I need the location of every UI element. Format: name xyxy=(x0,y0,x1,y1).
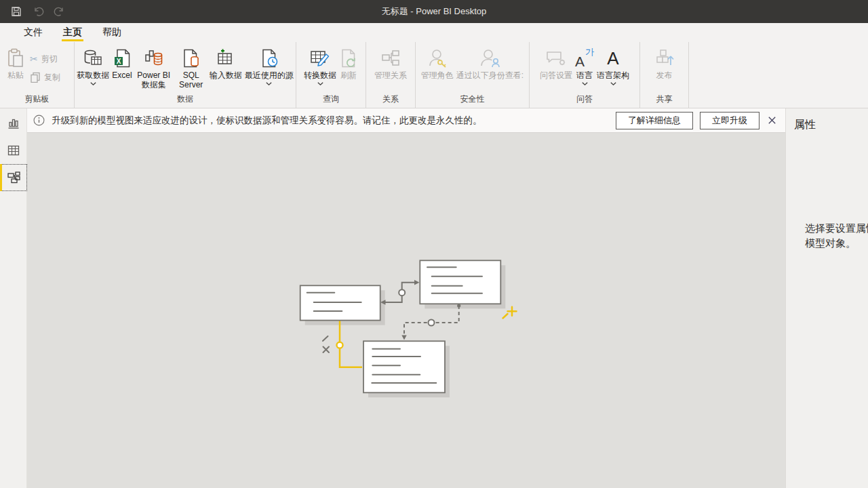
tab-home[interactable]: 主页 xyxy=(53,23,92,42)
view-as-icon xyxy=(479,46,501,70)
properties-panel-hint: 选择要设置属性的 模型对象。 xyxy=(786,221,868,251)
language-icon: A 가 xyxy=(575,46,594,70)
cut-button: ✂ 剪切 xyxy=(30,54,60,64)
ribbon-group-label: 关系 xyxy=(366,94,415,105)
banner-close-button[interactable] xyxy=(764,113,780,129)
properties-panel: 属性 选择要设置属性的 模型对象。 xyxy=(785,108,868,488)
get-data-icon xyxy=(83,46,103,70)
ribbon-group-label: 数据 xyxy=(75,94,296,105)
redo-button xyxy=(52,3,68,20)
refresh-button: 刷新 xyxy=(338,46,359,80)
info-icon xyxy=(33,115,45,126)
ribbon-button-label: 剪切 xyxy=(41,54,58,64)
upgrade-notification-banner: 升级到新的模型视图来适应改进的设计，使标识数据源和管理关系变得容易。请记住，此更… xyxy=(27,108,785,133)
model-upgrade-illustration xyxy=(292,251,522,407)
qa-settings-icon xyxy=(545,46,567,70)
ribbon-group-label: 剪贴板 xyxy=(0,94,74,105)
window-title: 无标题 - Power BI Desktop xyxy=(0,5,868,18)
transform-data-button[interactable]: 转换数据 xyxy=(302,46,338,85)
sidebar-item-model-view[interactable] xyxy=(0,164,27,191)
upgrade-now-button[interactable]: 立即升级 xyxy=(700,112,760,129)
redo-icon xyxy=(54,5,66,18)
qa-settings-button: 问答设置 xyxy=(538,46,574,80)
sidebar-item-report-view[interactable] xyxy=(0,110,27,137)
tab-help[interactable]: 帮助 xyxy=(92,23,132,42)
chevron-down-icon xyxy=(266,82,272,85)
ribbon-button-label: 管理关系 xyxy=(374,70,407,80)
properties-panel-title: 属性 xyxy=(786,108,868,132)
ribbon-button-label: 粘贴 xyxy=(7,70,24,80)
manage-roles-button: 管理角色 xyxy=(420,46,455,80)
chevron-down-icon xyxy=(90,82,96,85)
enter-data-icon xyxy=(216,46,236,70)
ribbon-tab-bar: 文件 主页 帮助 xyxy=(0,23,868,42)
chevron-down-icon xyxy=(582,82,588,85)
manage-relationships-button: 管理关系 xyxy=(373,46,408,80)
powerbi-dataset-icon xyxy=(144,46,164,70)
ribbon-button-label: 发布 xyxy=(656,70,673,80)
undo-button xyxy=(30,3,46,20)
ribbon-group-label: 查询 xyxy=(296,94,366,105)
recent-sources-icon xyxy=(259,46,279,70)
ribbon-group-qa: 问答设置 A 가 语言 A 语言架构 xyxy=(530,42,640,108)
banner-message: 升级到新的模型视图来适应改进的设计，使标识数据源和管理关系变得容易。请记住，此更… xyxy=(52,115,609,127)
ribbon-group-label: 安全性 xyxy=(416,94,529,105)
enter-data-button[interactable]: 输入数据 xyxy=(208,46,243,80)
ribbon-button-label: 复制 xyxy=(44,72,60,83)
ribbon-button-label: 最近使用的源 xyxy=(245,70,294,80)
data-view-icon xyxy=(7,144,20,157)
paste-icon xyxy=(7,46,24,70)
view-sidebar xyxy=(0,108,27,488)
sidebar-item-data-view[interactable] xyxy=(0,137,27,164)
powerbi-datasets-button[interactable]: Power BI 数据集 xyxy=(134,46,174,89)
ribbon-button-label: 通过以下身份查看: xyxy=(456,70,524,80)
sql-server-icon xyxy=(182,46,201,70)
ribbon-button-label: Excel xyxy=(112,70,132,80)
ribbon-group-query: 转换数据 刷新 查询 xyxy=(296,42,366,108)
model-canvas[interactable] xyxy=(27,133,785,488)
tab-file[interactable]: 文件 xyxy=(14,23,53,42)
learn-more-button[interactable]: 了解详细信息 xyxy=(616,112,693,129)
sql-server-button[interactable]: SQL Server xyxy=(174,46,208,89)
ribbon-group-label: 问答 xyxy=(530,94,639,105)
paste-button: 粘贴 xyxy=(5,46,26,80)
ribbon-group-label: 共享 xyxy=(640,94,688,105)
publish-button: 发布 xyxy=(653,46,676,80)
undo-icon xyxy=(32,5,44,18)
save-icon xyxy=(11,6,22,17)
get-data-button[interactable]: 获取数据 xyxy=(75,46,111,85)
view-as-button: 通过以下身份查看: xyxy=(455,46,525,80)
ribbon-button-label: Power BI 数据集 xyxy=(135,70,173,89)
recent-sources-button[interactable]: 最近使用的源 xyxy=(243,46,295,85)
ribbon-empty-space xyxy=(689,42,868,108)
report-view-icon xyxy=(7,117,20,130)
excel-button[interactable]: X Excel xyxy=(111,46,133,80)
linguistic-schema-button[interactable]: A 语言架构 xyxy=(595,46,631,85)
save-button[interactable] xyxy=(8,3,24,20)
ribbon-button-label: 问答设置 xyxy=(540,70,572,80)
manage-relationships-icon xyxy=(380,46,401,70)
cut-icon: ✂ xyxy=(30,54,38,64)
publish-icon xyxy=(654,46,675,70)
ribbon-button-label: 输入数据 xyxy=(210,70,242,80)
ribbon-button-label: 管理角色 xyxy=(421,70,454,80)
refresh-icon xyxy=(339,46,358,70)
ribbon-group-share: 发布 共享 xyxy=(640,42,689,108)
copy-icon xyxy=(30,72,41,83)
chevron-down-icon xyxy=(317,82,323,85)
excel-icon: X xyxy=(113,46,132,70)
svg-text:X: X xyxy=(117,58,121,65)
ribbon-button-label: 刷新 xyxy=(340,70,357,80)
ribbon-group-data: 获取数据 X Excel xyxy=(75,42,296,108)
chevron-down-icon xyxy=(610,82,616,85)
ribbon-button-label: 转换数据 xyxy=(304,70,336,80)
linguistic-schema-icon: A xyxy=(607,46,618,70)
ribbon-button-label: SQL Server xyxy=(176,70,207,89)
ribbon-group-security: 管理角色 通过以下身份查看: 安全性 xyxy=(416,42,530,108)
ribbon-button-label: 语言 xyxy=(576,70,593,80)
ribbon-button-label: 语言架构 xyxy=(597,70,629,80)
copy-button: 复制 xyxy=(30,72,60,83)
ribbon-group-relationships: 管理关系 关系 xyxy=(366,42,416,108)
language-button[interactable]: A 가 语言 xyxy=(574,46,595,85)
ribbon: 粘贴 ✂ 剪切 复制 剪贴板 xyxy=(0,42,868,108)
